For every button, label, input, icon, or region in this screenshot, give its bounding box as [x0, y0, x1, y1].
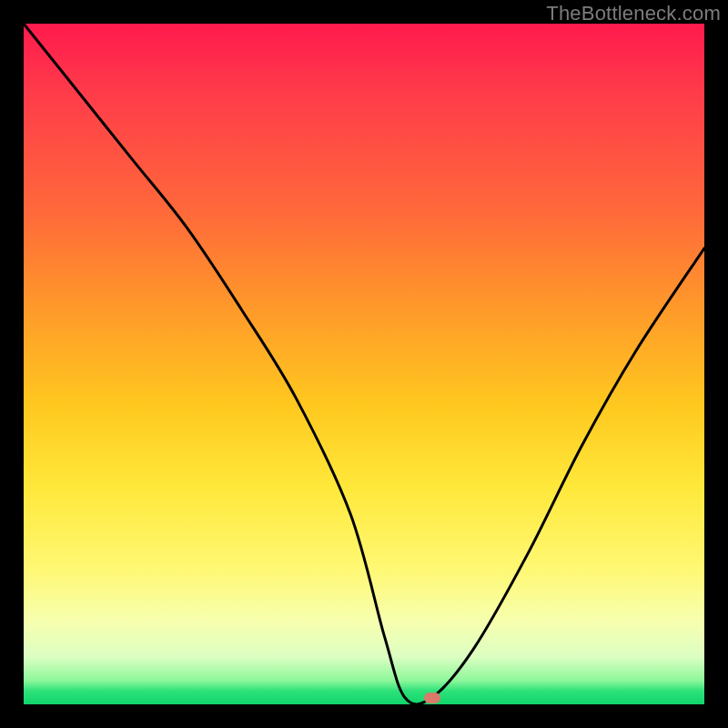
optimal-point-marker: [424, 693, 440, 703]
chart-frame: TheBottleneck.com: [0, 0, 728, 728]
watermark-label: TheBottleneck.com: [546, 2, 721, 25]
plot-area: [24, 24, 704, 704]
bottleneck-curve: [24, 24, 704, 704]
